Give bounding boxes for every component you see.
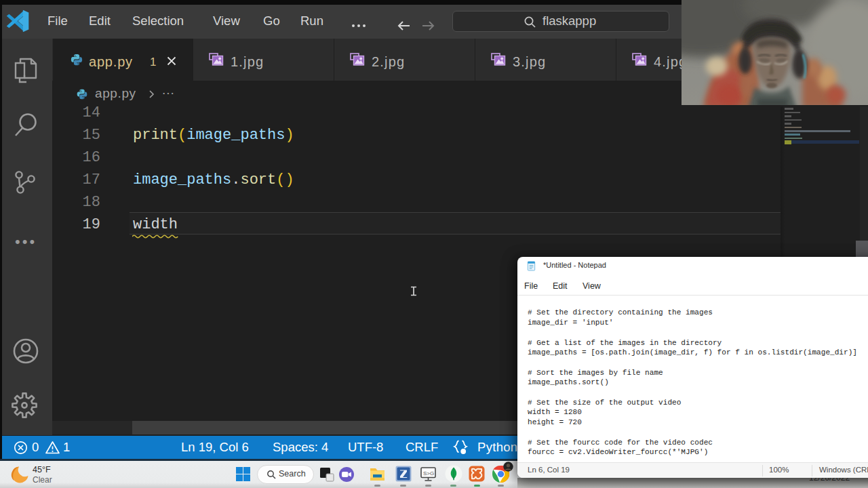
svg-text:S>G: S>G: [423, 470, 434, 476]
